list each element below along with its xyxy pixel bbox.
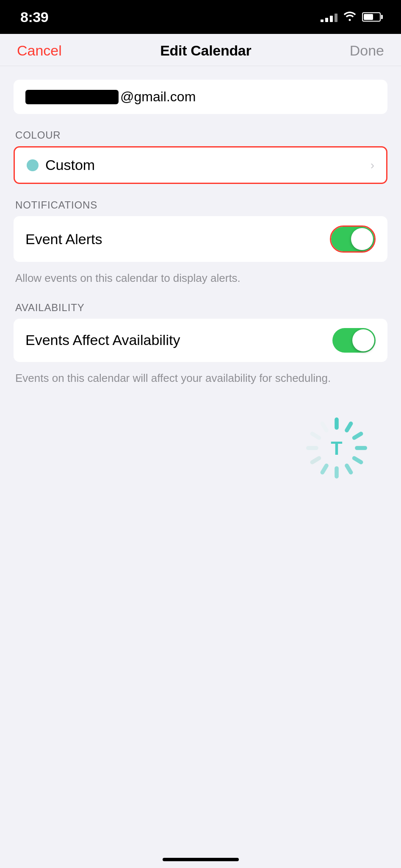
svg-line-7 (322, 466, 326, 473)
svg-text:T: T (331, 437, 342, 459)
home-indicator (163, 858, 239, 861)
events-affect-toggle[interactable] (332, 328, 376, 353)
signal-bars-icon (321, 12, 337, 22)
status-bar: 8:39 (0, 0, 401, 34)
svg-line-11 (322, 424, 326, 431)
colour-section-label: COLOUR (14, 129, 387, 141)
colour-row-left: Custom (27, 157, 95, 173)
spinner-icon: T (303, 414, 371, 482)
status-icons (321, 10, 381, 24)
colour-row[interactable]: Custom › (15, 147, 386, 183)
event-alerts-label: Event Alerts (25, 231, 102, 248)
events-affect-helper: Events on this calendar will affect your… (14, 366, 387, 398)
email-suffix: @gmail.com (120, 89, 196, 105)
svg-line-2 (354, 434, 361, 438)
availability-section: AVAILABILITY Events Affect Availability … (14, 302, 387, 398)
colour-dot-icon (27, 159, 39, 171)
cancel-button[interactable]: Cancel (17, 42, 62, 59)
toggle-knob (351, 228, 373, 250)
svg-line-5 (347, 466, 351, 473)
notifications-section-label: NOTIFICATIONS (14, 199, 387, 211)
wifi-icon (343, 10, 357, 24)
colour-section: COLOUR Custom › (14, 129, 387, 184)
availability-section-label: AVAILABILITY (14, 302, 387, 314)
event-alerts-toggle[interactable] (331, 227, 374, 251)
status-time: 8:39 (20, 9, 48, 25)
loader-container: T (14, 414, 387, 482)
email-display: @gmail.com (25, 89, 376, 105)
done-button[interactable]: Done (350, 42, 384, 59)
battery-icon (362, 12, 381, 22)
svg-line-1 (347, 424, 351, 431)
availability-group: Events Affect Availability (14, 319, 387, 362)
nav-bar: Cancel Edit Calendar Done (0, 34, 401, 66)
content-area: @gmail.com COLOUR Custom › (0, 70, 401, 492)
svg-line-10 (312, 434, 319, 438)
event-alerts-toggle-wrapper (330, 225, 376, 253)
colour-group: Custom › (14, 146, 387, 184)
events-affect-row: Events Affect Availability (14, 319, 387, 362)
phone-frame: 8:39 Cancel Edit Ca (0, 0, 401, 868)
event-alerts-helper: Allow events on this calendar to display… (14, 266, 387, 298)
email-redacted (25, 90, 119, 104)
notifications-group: Event Alerts (14, 216, 387, 262)
phone-content-area: Cancel Edit Calendar Done @gmail.com COL… (0, 34, 401, 868)
chevron-right-icon: › (371, 159, 374, 172)
email-field[interactable]: @gmail.com (14, 80, 387, 114)
notifications-section: NOTIFICATIONS Event Alerts Allow events … (14, 199, 387, 298)
event-alerts-row: Event Alerts (14, 216, 387, 262)
toggle-knob-2 (352, 329, 374, 351)
page-title: Edit Calendar (160, 42, 251, 59)
svg-line-8 (312, 458, 319, 462)
colour-label: Custom (45, 157, 95, 173)
events-affect-label: Events Affect Availability (25, 332, 180, 348)
svg-line-4 (354, 458, 361, 462)
